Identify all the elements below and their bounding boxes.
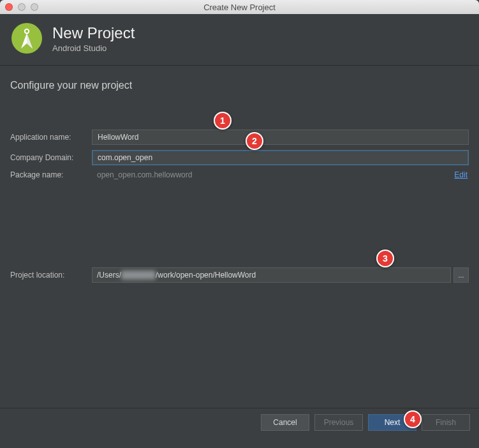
window-titlebar: Create New Project (0, 0, 479, 14)
callout-2: 2 (246, 132, 263, 150)
wizard-content: Configure your new project Application n… (0, 66, 479, 436)
window-controls (5, 3, 38, 11)
close-window-icon[interactable] (5, 3, 13, 11)
callout-3: 3 (376, 250, 394, 267)
package-name-value: open_open.com.hellowword (92, 170, 454, 179)
previous-button: Previous (314, 414, 363, 431)
browse-location-button[interactable]: ... (453, 267, 469, 283)
window-title: Create New Project (0, 3, 479, 12)
callout-4: 4 (404, 410, 422, 428)
zoom-window-icon[interactable] (31, 3, 38, 11)
cancel-button[interactable]: Cancel (261, 414, 309, 431)
application-name-label: Application name: (10, 133, 92, 142)
edit-package-link[interactable]: Edit (454, 170, 468, 179)
project-location-input[interactable] (92, 267, 451, 283)
section-title: Configure your new project (10, 80, 469, 91)
android-studio-logo (11, 23, 42, 54)
project-location-row: Project location: /Users/ xxxxxxxxx /wor… (10, 267, 469, 283)
callout-1: 1 (214, 112, 232, 130)
project-location-label: Project location: (10, 271, 92, 280)
application-name-input[interactable] (92, 130, 469, 145)
header-title: New Project (52, 24, 135, 42)
package-name-label: Package name: (10, 170, 92, 179)
header-subtitle: Android Studio (52, 43, 135, 53)
compass-icon (13, 24, 41, 52)
package-name-row: Package name: open_open.com.hellowword E… (10, 170, 469, 179)
company-domain-input[interactable] (92, 150, 469, 165)
minimize-window-icon[interactable] (18, 3, 26, 11)
svg-point-0 (25, 29, 29, 33)
company-domain-label: Company Domain: (10, 153, 92, 162)
application-name-row: Application name: (10, 130, 469, 145)
wizard-header: New Project Android Studio (0, 14, 479, 66)
company-domain-row: Company Domain: (10, 150, 469, 165)
finish-button: Finish (422, 414, 470, 431)
